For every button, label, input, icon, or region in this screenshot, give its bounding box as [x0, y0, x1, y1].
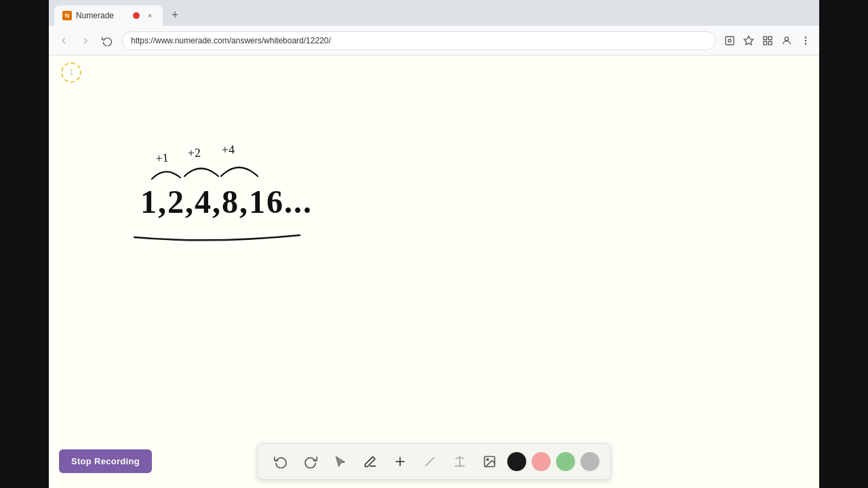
svg-rect-4 [768, 37, 772, 40]
tab-bar: N Numerade × + [49, 0, 819, 26]
extensions-icon[interactable] [760, 33, 776, 49]
svg-line-20 [456, 457, 460, 459]
stop-recording-button[interactable]: Stop Recording [59, 449, 152, 473]
undo-button[interactable] [269, 449, 293, 474]
forward-button[interactable] [76, 31, 95, 50]
svg-point-1 [728, 39, 731, 42]
redo-button[interactable] [298, 449, 323, 474]
svg-point-23 [487, 459, 489, 461]
left-black-bar [0, 0, 49, 488]
browser-window: N Numerade × + https://www.numerade.com/… [49, 0, 819, 488]
svg-line-17 [426, 458, 434, 466]
refresh-button[interactable] [98, 31, 117, 50]
svg-text:+2: +2 [187, 146, 201, 160]
svg-line-21 [460, 457, 464, 459]
color-green[interactable] [556, 452, 575, 471]
svg-point-9 [805, 40, 806, 41]
address-bar[interactable]: https://www.numerade.com/answers/whitebo… [122, 31, 716, 50]
tab-title: Numerade [76, 11, 129, 20]
nav-bar: https://www.numerade.com/answers/whitebo… [49, 26, 819, 56]
image-tool-button[interactable] [477, 449, 502, 474]
account-icon[interactable] [778, 33, 795, 49]
nav-right-icons [722, 33, 814, 49]
recording-dot [133, 12, 140, 19]
svg-rect-5 [768, 41, 772, 45]
tab-favicon: N [62, 11, 72, 20]
color-black[interactable] [507, 452, 526, 471]
svg-marker-2 [744, 36, 753, 45]
svg-point-7 [785, 37, 788, 40]
select-tool-button[interactable] [328, 449, 353, 474]
pen-tool-button[interactable] [358, 449, 382, 474]
whiteboard-area[interactable]: 1 +1 +2 +4 1,2,4,8,16... [49, 56, 819, 488]
svg-text:+4: +4 [221, 142, 235, 157]
bookmark-icon[interactable] [741, 33, 757, 49]
svg-rect-0 [726, 37, 734, 45]
tab-close-button[interactable]: × [145, 11, 155, 20]
svg-rect-6 [764, 41, 767, 45]
add-element-button[interactable] [388, 449, 412, 474]
url-text: https://www.numerade.com/answers/whitebo… [131, 36, 331, 45]
screenshot-icon[interactable] [722, 33, 738, 49]
new-tab-button[interactable]: + [165, 5, 184, 24]
right-black-bar [819, 0, 868, 488]
svg-rect-3 [764, 37, 767, 40]
svg-text:1,2,4,8,16...: 1,2,4,8,16... [140, 184, 313, 220]
color-gray[interactable] [580, 452, 599, 471]
whiteboard-toolbar [257, 443, 611, 480]
color-pink[interactable] [532, 452, 551, 471]
eraser-tool-button[interactable] [418, 449, 442, 474]
svg-point-8 [805, 37, 806, 37]
back-button[interactable] [54, 31, 73, 50]
text-tool-button[interactable] [448, 449, 472, 474]
active-tab[interactable]: N Numerade × [54, 5, 163, 26]
svg-text:+1: +1 [155, 150, 170, 165]
svg-point-10 [805, 43, 806, 44]
menu-icon[interactable] [797, 33, 814, 49]
whiteboard-svg: +1 +2 +4 1,2,4,8,16... [49, 56, 819, 488]
